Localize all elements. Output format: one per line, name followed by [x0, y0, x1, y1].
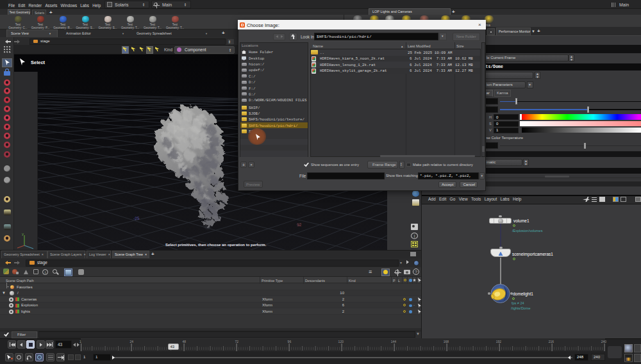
svg-text:y: y — [22, 232, 24, 236]
